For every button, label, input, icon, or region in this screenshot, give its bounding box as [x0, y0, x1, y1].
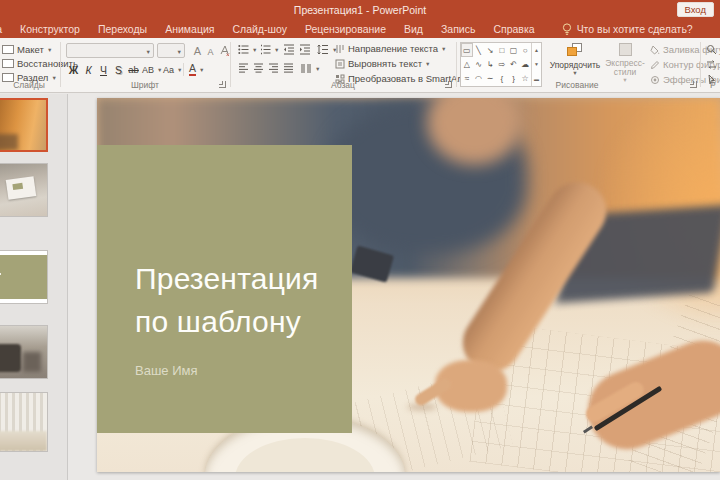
font-size-combobox[interactable]: ▼: [157, 43, 185, 58]
tab-view[interactable]: Вид: [395, 23, 432, 35]
shape-cloud-icon[interactable]: ☁: [519, 57, 531, 71]
shape-block-arrow-icon[interactable]: ⇨: [496, 57, 508, 71]
increase-indent-icon: [299, 44, 311, 55]
increase-indent-button[interactable]: [299, 44, 311, 55]
reset-icon: [2, 59, 14, 68]
text-direction-button[interactable]: Направление текста ▼: [335, 43, 447, 54]
slide-canvas[interactable]: Презентация по шаблону Ваше Имя: [97, 98, 720, 472]
shape-rectangle-icon[interactable]: □: [496, 43, 508, 57]
title-accent-panel[interactable]: Презентация по шаблону Ваше Имя: [97, 145, 352, 433]
columns-button[interactable]: ▼: [301, 63, 320, 74]
tab-review[interactable]: Рецензирование: [296, 23, 395, 35]
shape-uturn-arrow-icon[interactable]: ↶: [508, 57, 520, 71]
drawing-group-label: Рисование: [458, 80, 696, 90]
align-center-button[interactable]: [253, 63, 264, 74]
font-dialog-launcher-icon[interactable]: [219, 81, 226, 88]
chevron-down-icon: ▼: [146, 49, 151, 55]
magnifier-icon: [706, 44, 717, 55]
shape-text-box-icon[interactable]: ▭: [461, 43, 473, 57]
shape-freeform-icon[interactable]: ∿: [473, 57, 485, 71]
align-left-icon: [238, 63, 249, 74]
justify-icon: [283, 63, 294, 74]
bold-button[interactable]: Ж: [66, 62, 81, 77]
sign-in-button[interactable]: Вход: [677, 2, 715, 17]
drawing-dialog-launcher-icon[interactable]: [690, 81, 697, 88]
chevron-down-icon: ▼: [252, 47, 257, 53]
paragraph-group-label: Абзац: [232, 80, 454, 90]
justify-button[interactable]: [283, 63, 294, 74]
align-left-button[interactable]: [238, 63, 249, 74]
slide-subtitle[interactable]: Ваше Имя: [135, 363, 198, 378]
tab-slideshow[interactable]: Слайд-шоу: [223, 23, 295, 35]
bullets-button[interactable]: ▼: [238, 44, 257, 55]
scroll-down-icon[interactable]: ▼: [532, 57, 541, 71]
slide-thumbnail-2[interactable]: [0, 163, 48, 217]
text-direction-icon: [335, 44, 345, 54]
tab-record[interactable]: Запись: [432, 23, 484, 35]
slide-title[interactable]: Презентация по шаблону: [135, 257, 318, 343]
replace-button[interactable]: [706, 59, 717, 70]
lightbulb-icon: [562, 23, 572, 36]
tab-animations[interactable]: Анимация: [156, 23, 223, 35]
chevron-down-icon: ▼: [441, 46, 446, 52]
change-case-button[interactable]: Аа ▼: [163, 65, 183, 75]
shape-line-icon[interactable]: ╲: [473, 43, 485, 57]
bullets-icon: [238, 44, 249, 55]
underline-button[interactable]: Ч: [96, 62, 111, 77]
decrease-indent-icon: [283, 44, 295, 55]
slide-thumbnail-4[interactable]: [0, 325, 48, 379]
italic-button[interactable]: К: [81, 62, 96, 77]
replace-icon: [706, 59, 717, 70]
chevron-down-icon: ▼: [157, 67, 162, 73]
align-text-button[interactable]: Выровнять текст ▼: [335, 58, 430, 69]
slide-thumbnail-1[interactable]: [0, 98, 48, 152]
shrink-font-button[interactable]: А: [203, 44, 218, 59]
shape-elbow-connector-icon[interactable]: ↳: [484, 57, 496, 71]
shape-arrow-icon[interactable]: ↘: [484, 43, 496, 57]
font-name-combobox[interactable]: ▼: [66, 43, 154, 58]
columns-icon: [301, 63, 312, 74]
shape-triangle-icon[interactable]: △: [461, 57, 473, 71]
tab-help[interactable]: Справка: [484, 23, 543, 35]
chevron-down-icon: ▼: [177, 49, 182, 55]
shape-oval-icon[interactable]: ○: [519, 43, 531, 57]
chevron-down-icon: ▼: [199, 67, 204, 73]
editing-group-label: Р: [702, 80, 720, 90]
layout-button[interactable]: Макет ▼: [2, 44, 52, 55]
decrease-indent-button[interactable]: [283, 44, 295, 55]
slide-thumbnail-panel[interactable]: [0, 94, 68, 480]
pencil-icon: [650, 60, 660, 70]
ribbon: Макет ▼ Восстановить Раздел ▼ Слайды ▼ ▼…: [0, 38, 720, 93]
clear-formatting-icon: [219, 45, 230, 56]
tab-transitions[interactable]: Переходы: [89, 23, 156, 35]
scroll-up-icon[interactable]: ▲: [532, 43, 541, 57]
character-spacing-button[interactable]: АВ ▼: [142, 65, 162, 75]
chevron-down-icon: ▼: [548, 70, 602, 76]
shape-rounded-rectangle-icon[interactable]: ▢: [508, 43, 520, 57]
text-shadow-button[interactable]: S: [111, 62, 126, 77]
chevron-down-icon: ▼: [274, 47, 279, 53]
numbering-button[interactable]: ▼: [260, 44, 279, 55]
ribbon-tab-bar: Вставка Конструктор Переходы Анимация Сл…: [0, 20, 720, 38]
paragraph-dialog-launcher-icon[interactable]: [445, 81, 452, 88]
chevron-down-icon: ▼: [315, 66, 320, 72]
font-group-label: Шрифт: [62, 80, 228, 90]
align-right-icon: [268, 63, 279, 74]
slide-thumbnail-3[interactable]: [0, 250, 48, 304]
chevron-down-icon: ▼: [47, 47, 52, 53]
tell-me-box[interactable]: Что вы хотите сделать?: [562, 23, 693, 36]
paint-bucket-icon: [650, 45, 660, 55]
arrange-button[interactable]: Упорядочить ▼: [548, 43, 602, 76]
find-button[interactable]: [706, 44, 717, 55]
font-color-button[interactable]: А ▼: [189, 63, 204, 76]
arrange-icon: [567, 43, 583, 57]
align-right-button[interactable]: [268, 63, 279, 74]
quick-styles-icon: [619, 43, 632, 56]
slide-thumbnail-5[interactable]: [0, 392, 48, 452]
tab-design[interactable]: Конструктор: [11, 23, 89, 35]
workspace: Презентация по шаблону Ваше Имя: [0, 94, 720, 480]
tab-insert[interactable]: Вставка: [0, 23, 11, 35]
quick-styles-button[interactable]: Экспресс-стили ▼: [604, 43, 646, 83]
strikethrough-button[interactable]: ab: [126, 62, 141, 77]
chevron-down-icon: ▼: [425, 61, 430, 67]
